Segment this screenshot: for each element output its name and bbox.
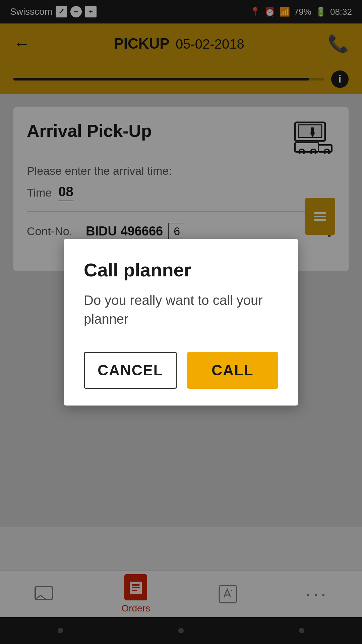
modal-title: Call planner [84,259,278,281]
modal-dialog: Call planner Do you really want to call … [64,239,298,406]
modal-overlay: Call planner Do you really want to call … [0,0,362,644]
modal-message: Do you really want to call your planner [84,291,278,328]
cancel-button[interactable]: CANCEL [84,352,177,389]
modal-buttons: CANCEL CALL [84,352,278,389]
call-button[interactable]: CALL [187,352,278,389]
